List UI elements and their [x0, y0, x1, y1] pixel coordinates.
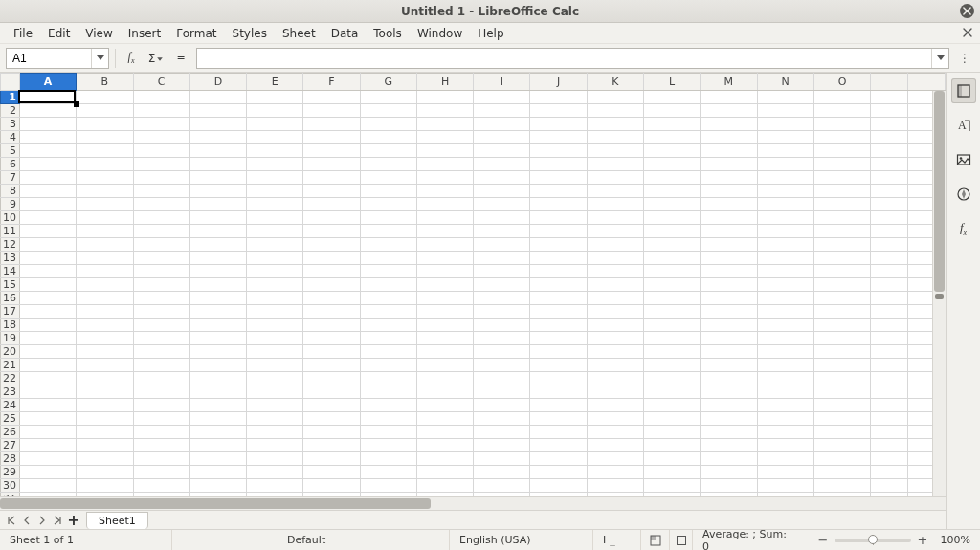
row-header[interactable]: 12 — [1, 238, 20, 252]
cell[interactable] — [77, 252, 133, 265]
cell[interactable] — [360, 466, 416, 479]
cell[interactable] — [474, 479, 530, 493]
cell[interactable] — [871, 292, 908, 305]
cell[interactable] — [77, 372, 133, 385]
cell[interactable] — [813, 238, 870, 252]
cell[interactable] — [474, 225, 530, 238]
cell[interactable] — [701, 91, 757, 104]
cell[interactable] — [701, 278, 757, 292]
cell[interactable] — [360, 332, 416, 345]
cell[interactable] — [303, 158, 360, 171]
cell[interactable] — [416, 385, 473, 399]
cell[interactable] — [871, 439, 908, 452]
cell[interactable] — [757, 332, 813, 345]
cell[interactable] — [360, 305, 416, 319]
cell[interactable] — [757, 319, 813, 332]
cell[interactable] — [643, 278, 700, 292]
cell[interactable] — [530, 345, 587, 359]
cell[interactable] — [587, 345, 643, 359]
cell[interactable] — [701, 198, 757, 211]
cell[interactable] — [813, 385, 870, 399]
cell[interactable] — [813, 185, 870, 198]
cell[interactable] — [871, 131, 908, 144]
cell[interactable] — [360, 278, 416, 292]
cell[interactable] — [19, 385, 76, 399]
cell[interactable] — [189, 252, 246, 265]
cell[interactable] — [587, 332, 643, 345]
column-header[interactable]: C — [133, 74, 189, 91]
cell[interactable] — [530, 372, 587, 385]
cell[interactable] — [303, 385, 360, 399]
cell[interactable] — [303, 91, 360, 104]
cell[interactable] — [360, 211, 416, 225]
cell[interactable] — [587, 252, 643, 265]
cell[interactable] — [701, 452, 757, 466]
cell[interactable] — [133, 278, 189, 292]
zoom-in-button[interactable]: + — [917, 533, 928, 547]
cell[interactable] — [813, 479, 870, 493]
cell[interactable] — [133, 372, 189, 385]
cell[interactable] — [701, 466, 757, 479]
cell[interactable] — [416, 185, 473, 198]
cell[interactable] — [19, 211, 76, 225]
cell[interactable] — [416, 118, 473, 131]
cell[interactable] — [303, 439, 360, 452]
cell[interactable] — [474, 252, 530, 265]
cell[interactable] — [813, 292, 870, 305]
cell[interactable] — [303, 278, 360, 292]
cell[interactable] — [871, 332, 908, 345]
cell[interactable] — [587, 292, 643, 305]
cell[interactable] — [474, 345, 530, 359]
cell[interactable] — [587, 305, 643, 319]
status-cell-style[interactable]: Default — [278, 530, 450, 550]
cell[interactable] — [133, 385, 189, 399]
cell[interactable] — [77, 359, 133, 372]
cell[interactable] — [813, 225, 870, 238]
cell[interactable] — [416, 158, 473, 171]
cell[interactable] — [189, 479, 246, 493]
cell[interactable] — [813, 198, 870, 211]
cell[interactable] — [77, 345, 133, 359]
cell[interactable] — [871, 399, 908, 412]
cell[interactable] — [474, 91, 530, 104]
cell[interactable] — [813, 319, 870, 332]
cell[interactable] — [19, 144, 76, 158]
tab-next-button[interactable] — [34, 513, 50, 528]
cell[interactable] — [871, 372, 908, 385]
cell[interactable] — [813, 452, 870, 466]
cell[interactable] — [303, 466, 360, 479]
cell[interactable] — [757, 238, 813, 252]
cell[interactable] — [360, 91, 416, 104]
cell[interactable] — [247, 278, 303, 292]
cell[interactable] — [416, 265, 473, 278]
cell[interactable] — [813, 91, 870, 104]
cell[interactable] — [813, 158, 870, 171]
cell[interactable] — [189, 144, 246, 158]
cell[interactable] — [530, 265, 587, 278]
cell[interactable] — [587, 426, 643, 439]
cell[interactable] — [474, 466, 530, 479]
cell[interactable] — [757, 385, 813, 399]
cell[interactable] — [133, 345, 189, 359]
cell[interactable] — [530, 144, 587, 158]
cell[interactable] — [19, 412, 76, 426]
cell[interactable] — [77, 426, 133, 439]
cell[interactable] — [247, 452, 303, 466]
cell[interactable] — [77, 91, 133, 104]
cell[interactable] — [474, 185, 530, 198]
cell[interactable] — [701, 399, 757, 412]
cell[interactable] — [416, 426, 473, 439]
status-language[interactable]: English (USA) — [450, 530, 593, 550]
row-header[interactable]: 29 — [1, 466, 20, 479]
cell[interactable] — [133, 332, 189, 345]
column-header[interactable]: G — [360, 74, 416, 91]
cell[interactable] — [360, 399, 416, 412]
row-header[interactable]: 24 — [1, 399, 20, 412]
cell[interactable] — [77, 144, 133, 158]
cell[interactable] — [19, 131, 76, 144]
cell[interactable] — [757, 345, 813, 359]
cell[interactable] — [757, 171, 813, 185]
cell[interactable] — [813, 144, 870, 158]
cell[interactable] — [360, 412, 416, 426]
cell[interactable] — [587, 265, 643, 278]
